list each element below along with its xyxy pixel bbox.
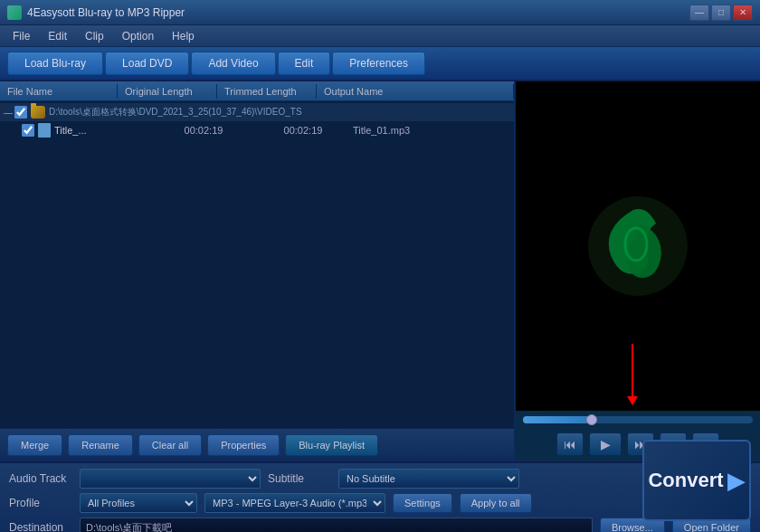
convert-button[interactable]: Convert ▶ — [642, 440, 751, 521]
subtitle-select[interactable]: No Subtitle — [338, 469, 519, 489]
maximize-button[interactable]: □ — [711, 5, 731, 21]
destination-input[interactable] — [80, 518, 593, 532]
audio-track-select[interactable] — [80, 469, 261, 489]
main-content: File Name Original Length Trimmed Length… — [0, 81, 760, 461]
preview-panel: ⏮ ▶ ⏭ ⏭| 📷 — [516, 81, 760, 461]
minimize-button[interactable]: — — [689, 5, 709, 21]
file-output-name: Title_01.mp3 — [353, 125, 510, 136]
settings-button[interactable]: Settings — [393, 493, 452, 513]
file-checkbox[interactable] — [22, 124, 34, 137]
file-panel: File Name Original Length Trimmed Length… — [0, 81, 516, 461]
file-original-length: 00:02:19 — [154, 125, 253, 136]
seek-bar-area — [516, 411, 760, 427]
rewind-button[interactable]: ⏮ — [556, 432, 584, 456]
seek-thumb[interactable] — [586, 414, 597, 425]
bluray-playlist-button[interactable]: Blu-ray Playlist — [285, 434, 378, 456]
title-text: 4Easysott Blu-ray to MP3 Ripper — [27, 6, 185, 19]
load-dvd-button[interactable]: Load DVD — [105, 52, 189, 75]
menu-help[interactable]: Help — [163, 28, 204, 44]
settings-row-3: Destination Browse... Open Folder — [9, 518, 751, 532]
file-trimmed-length: 00:02:19 — [253, 125, 353, 136]
folder-checkbox[interactable] — [14, 106, 27, 119]
profile-label: Profile — [9, 497, 72, 509]
file-list-header: File Name Original Length Trimmed Length… — [0, 81, 514, 101]
menu-clip[interactable]: Clip — [76, 28, 113, 44]
table-row[interactable]: — D:\tools\桌面格式转换\DVD_2021_3_25(10_37_46… — [0, 103, 514, 121]
destination-label: Destination — [9, 521, 72, 532]
merge-button[interactable]: Merge — [7, 434, 62, 456]
clear-all-button[interactable]: Clear all — [138, 434, 202, 456]
col-output-header: Output Name — [317, 84, 514, 99]
video-preview — [516, 81, 760, 411]
title-bar-controls: — □ ✕ — [689, 5, 753, 21]
title-bar: 4Easysott Blu-ray to MP3 Ripper — □ ✕ — [0, 0, 760, 25]
apply-to-all-button[interactable]: Apply to all — [460, 493, 532, 513]
convert-label: Convert — [648, 469, 723, 492]
app-icon — [7, 5, 22, 20]
col-original-header: Original Length — [118, 84, 217, 99]
seek-bar-fill — [523, 416, 592, 423]
seek-bar[interactable] — [523, 416, 753, 423]
menu-bar: File Edit Clip Option Help — [0, 25, 760, 47]
menu-file[interactable]: File — [4, 28, 39, 44]
file-name: Title_... — [54, 125, 154, 136]
settings-row-2: Profile All Profiles MP3 - MPEG Layer-3 … — [9, 493, 751, 513]
file-list: — D:\tools\桌面格式转换\DVD_2021_3_25(10_37_46… — [0, 101, 514, 428]
file-icon — [38, 123, 51, 138]
rename-button[interactable]: Rename — [68, 434, 133, 456]
profile-select[interactable]: All Profiles — [80, 493, 197, 513]
edit-button[interactable]: Edit — [278, 52, 331, 75]
red-arrow-indicator — [632, 344, 633, 398]
properties-button[interactable]: Properties — [207, 434, 280, 456]
subtitle-label: Subtitle — [268, 472, 331, 485]
play-button[interactable]: ▶ — [589, 432, 622, 456]
menu-option[interactable]: Option — [113, 28, 163, 44]
format-select[interactable]: MP3 - MPEG Layer-3 Audio (*.mp3) — [204, 493, 385, 513]
add-video-button[interactable]: Add Video — [191, 52, 275, 75]
table-row[interactable]: Title_... 00:02:19 00:02:19 Title_01.mp3 — [18, 121, 514, 139]
toolbar: Load Blu-ray Load DVD Add Video Edit Pre… — [0, 47, 760, 81]
menu-edit[interactable]: Edit — [39, 28, 76, 44]
convert-arrow-icon: ▶ — [727, 467, 746, 495]
folder-path: D:\tools\桌面格式转换\DVD_2021_3_25(10_37_46)\… — [49, 106, 510, 119]
folder-icon — [31, 106, 45, 119]
col-filename-header: File Name — [0, 84, 118, 99]
action-row: Merge Rename Clear all Properties Blu-ra… — [0, 428, 514, 461]
settings-row-1: Audio Track Subtitle No Subtitle — [9, 469, 751, 489]
preview-logo — [584, 192, 692, 300]
col-trimmed-header: Trimmed Length — [217, 84, 317, 99]
load-bluray-button[interactable]: Load Blu-ray — [7, 52, 103, 75]
audio-track-label: Audio Track — [9, 472, 72, 485]
title-bar-left: 4Easysott Blu-ray to MP3 Ripper — [7, 5, 185, 20]
preferences-button[interactable]: Preferences — [332, 52, 425, 75]
close-button[interactable]: ✕ — [733, 5, 753, 21]
